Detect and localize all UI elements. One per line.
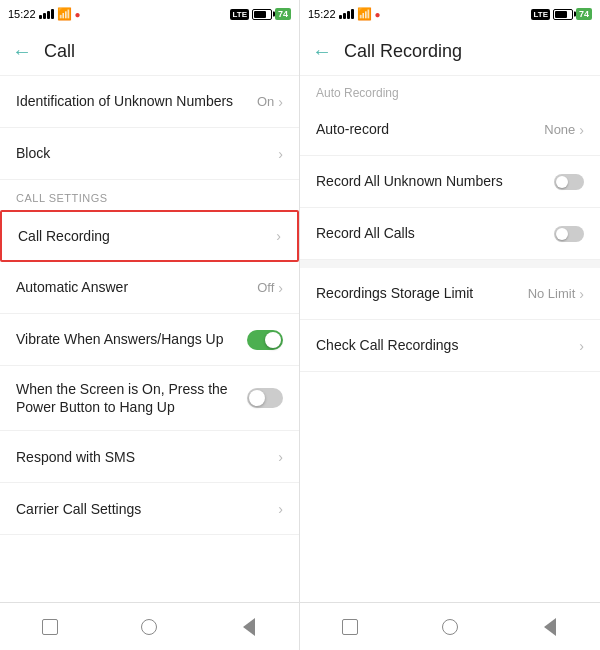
page-title-right: Call Recording — [344, 41, 462, 62]
menu-item-check-recordings[interactable]: Check Call Recordings › — [300, 320, 600, 372]
battery-percent-left: 74 — [275, 8, 291, 20]
auto-record-value: None — [544, 122, 575, 137]
menu-item-record-all[interactable]: Record All Calls — [300, 208, 600, 260]
circle-icon-right — [442, 619, 458, 635]
automatic-answer-chevron: › — [278, 280, 283, 296]
menu-item-block[interactable]: Block › — [0, 128, 299, 180]
menu-item-call-recording[interactable]: Call Recording › — [0, 210, 299, 262]
status-right-left: LTE 74 — [230, 8, 291, 20]
nav-back-left[interactable] — [235, 613, 263, 641]
lte-badge-left: LTE — [230, 9, 249, 20]
menu-item-auto-record[interactable]: Auto-record None › — [300, 104, 600, 156]
status-right-right: LTE 74 — [531, 8, 592, 20]
circle-icon-left — [141, 619, 157, 635]
square-icon-right — [342, 619, 358, 635]
record-all-toggle-knob — [556, 228, 568, 240]
carrier-call-chevron: › — [278, 501, 283, 517]
carrier-call-label: Carrier Call Settings — [16, 500, 278, 518]
power-button-label: When the Screen is On, Press the Power B… — [16, 380, 247, 416]
status-left-right: 15:22 📶 ● — [308, 7, 381, 21]
respond-sms-chevron: › — [278, 449, 283, 465]
nav-circle-left[interactable] — [135, 613, 163, 641]
lte-badge-right: LTE — [531, 9, 550, 20]
unknown-numbers-label: Identification of Unknown Numbers — [16, 92, 257, 110]
record-all-toggle[interactable] — [554, 226, 584, 242]
unknown-numbers-chevron: › — [278, 94, 283, 110]
check-recordings-label: Check Call Recordings — [316, 336, 579, 354]
content-left: Identification of Unknown Numbers On › B… — [0, 76, 299, 602]
sim-icon-right: ● — [375, 9, 381, 20]
content-right: Auto Recording Auto-record None › Record… — [300, 76, 600, 602]
block-label: Block — [16, 144, 278, 162]
vibrate-toggle[interactable] — [247, 330, 283, 350]
bar2r — [343, 13, 346, 19]
left-panel: 15:22 📶 ● LTE 74 ← Call Identification o… — [0, 0, 300, 650]
signal-bars-left — [39, 9, 54, 19]
unknown-numbers-value: On — [257, 94, 274, 109]
record-unknown-toggle[interactable] — [554, 174, 584, 190]
menu-item-vibrate[interactable]: Vibrate When Answers/Hangs Up — [0, 314, 299, 366]
section-header-call-settings: CALL SETTINGS — [0, 180, 299, 210]
menu-item-unknown-numbers[interactable]: Identification of Unknown Numbers On › — [0, 76, 299, 128]
battery-fill-right — [555, 11, 567, 18]
nav-square-right[interactable] — [336, 613, 364, 641]
menu-item-power-button[interactable]: When the Screen is On, Press the Power B… — [0, 366, 299, 431]
record-all-label: Record All Calls — [316, 224, 554, 242]
menu-item-automatic-answer[interactable]: Automatic Answer Off › — [0, 262, 299, 314]
triangle-icon-right — [544, 618, 556, 636]
menu-item-storage-limit[interactable]: Recordings Storage Limit No Limit › — [300, 268, 600, 320]
menu-item-record-unknown[interactable]: Record All Unknown Numbers — [300, 156, 600, 208]
section-divider — [300, 260, 600, 268]
wifi-left: 📶 — [57, 7, 72, 21]
header-left: ← Call — [0, 28, 299, 76]
back-button-right[interactable]: ← — [312, 40, 332, 63]
square-icon-left — [42, 619, 58, 635]
battery-fill-left — [254, 11, 266, 18]
bar4r — [351, 9, 354, 19]
bar3r — [347, 11, 350, 19]
menu-item-respond-sms[interactable]: Respond with SMS › — [0, 431, 299, 483]
storage-limit-label: Recordings Storage Limit — [316, 284, 528, 302]
auto-record-chevron: › — [579, 122, 584, 138]
record-unknown-toggle-knob — [556, 176, 568, 188]
bar1 — [39, 15, 42, 19]
bottom-nav-right — [300, 602, 600, 650]
page-title-left: Call — [44, 41, 75, 62]
nav-back-right[interactable] — [536, 613, 564, 641]
auto-record-label: Auto-record — [316, 120, 544, 138]
power-button-toggle-knob — [249, 390, 265, 406]
menu-item-carrier-call[interactable]: Carrier Call Settings › — [0, 483, 299, 535]
auto-recording-section-label: Auto Recording — [300, 76, 600, 104]
bar4 — [51, 9, 54, 19]
vibrate-label: Vibrate When Answers/Hangs Up — [16, 330, 247, 348]
block-chevron: › — [278, 146, 283, 162]
back-button-left[interactable]: ← — [12, 40, 32, 63]
check-recordings-chevron: › — [579, 338, 584, 354]
bar1r — [339, 15, 342, 19]
status-left: 15:22 📶 ● — [8, 7, 81, 21]
call-recording-chevron: › — [276, 228, 281, 244]
power-button-toggle[interactable] — [247, 388, 283, 408]
battery-left — [252, 9, 272, 20]
automatic-answer-label: Automatic Answer — [16, 278, 257, 296]
header-right: ← Call Recording — [300, 28, 600, 76]
bar3 — [47, 11, 50, 19]
call-recording-label: Call Recording — [18, 227, 276, 245]
nav-circle-right[interactable] — [436, 613, 464, 641]
bar2 — [43, 13, 46, 19]
respond-sms-label: Respond with SMS — [16, 448, 278, 466]
signal-bars-right — [339, 9, 354, 19]
status-bar-left: 15:22 📶 ● LTE 74 — [0, 0, 299, 28]
battery-percent-right: 74 — [576, 8, 592, 20]
triangle-icon-left — [243, 618, 255, 636]
time-left: 15:22 — [8, 8, 36, 20]
nav-square-left[interactable] — [36, 613, 64, 641]
battery-right — [553, 9, 573, 20]
time-right: 15:22 — [308, 8, 336, 20]
status-bar-right: 15:22 📶 ● LTE 74 — [300, 0, 600, 28]
sim-icon-left: ● — [75, 9, 81, 20]
vibrate-toggle-knob — [265, 332, 281, 348]
automatic-answer-value: Off — [257, 280, 274, 295]
wifi-right: 📶 — [357, 7, 372, 21]
bottom-nav-left — [0, 602, 299, 650]
